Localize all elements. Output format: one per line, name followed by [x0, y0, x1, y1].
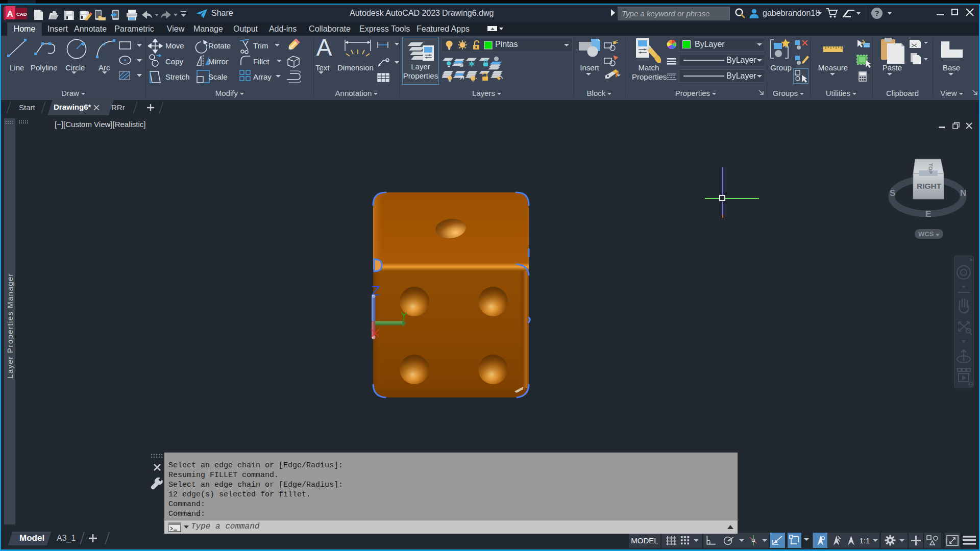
svg-text:A: A — [7, 9, 13, 19]
svg-text:N: N — [960, 188, 966, 198]
svg-text:S: S — [890, 188, 895, 198]
svg-text:RIGHT: RIGHT — [917, 182, 942, 190]
svg-text:CAD: CAD — [16, 11, 27, 17]
svg-text:E: E — [925, 209, 931, 219]
svg-text:TOP: TOP — [927, 163, 934, 174]
